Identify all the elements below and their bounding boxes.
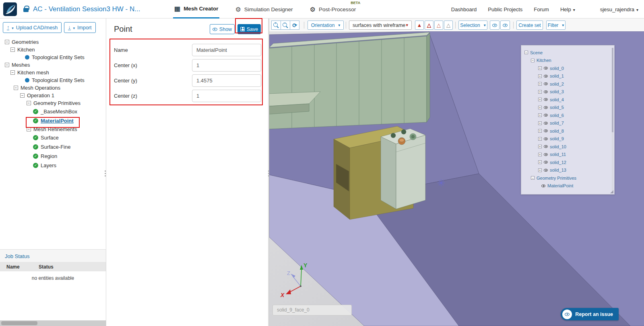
cabinet-side-face[interactable]	[427, 33, 430, 122]
create-set-button[interactable]: Create set	[516, 21, 543, 30]
collapse-icon[interactable]	[10, 70, 15, 75]
collapse-icon[interactable]	[20, 93, 25, 98]
3d-canvas-area[interactable]: Y X Z Scene Kitchen	[269, 31, 644, 326]
scene-tree-resize-handle[interactable]	[610, 190, 613, 193]
scene-tree-item-solid[interactable]: solid_6	[521, 111, 614, 119]
expand-icon[interactable]	[538, 113, 542, 117]
visibility-eye-icon[interactable]	[544, 114, 548, 117]
scene-tree-item-solid[interactable]: solid_13	[521, 166, 614, 174]
collapse-icon[interactable]	[27, 127, 31, 131]
upload-cad-mesh-button[interactable]: Upload CAD/mesh	[3, 22, 62, 33]
expand-icon[interactable]	[538, 160, 542, 164]
visibility-eye-icon[interactable]	[544, 82, 548, 85]
mesh-quality-bold-button[interactable]	[425, 21, 433, 30]
visibility-eye-icon[interactable]	[544, 137, 548, 140]
tree-item-layers[interactable]: Layers	[0, 161, 106, 170]
visibility-eye-icon[interactable]	[544, 106, 548, 109]
expand-icon[interactable]	[538, 98, 542, 101]
scene-tree-scrollbar[interactable]	[612, 48, 613, 191]
tree-item-geometries[interactable]: Geometries	[0, 38, 106, 46]
center-y-field[interactable]	[192, 74, 261, 87]
visibility-eye-icon[interactable]	[544, 98, 548, 101]
center-x-field[interactable]	[192, 59, 261, 72]
collapse-icon[interactable]	[531, 176, 535, 180]
scene-tree-item-solid[interactable]: solid_2	[521, 80, 614, 88]
visibility-eye-icon[interactable]	[544, 75, 548, 78]
expand-icon[interactable]	[538, 121, 542, 125]
nav-forum[interactable]: Forum	[534, 6, 549, 12]
nav-dashboard[interactable]: Dashboard	[451, 6, 477, 12]
mesh-quality-gray-button[interactable]	[444, 21, 453, 30]
tree-item-surface-fine[interactable]: Surface-Fine	[0, 142, 106, 152]
scene-tree-item-solid[interactable]: solid_1	[521, 72, 614, 80]
visibility-eye-icon[interactable]	[544, 90, 548, 93]
tab-mesh-creator[interactable]: Mesh Creator	[173, 0, 219, 18]
scene-tree-item-solid[interactable]: solid_11	[521, 151, 614, 159]
collapse-icon[interactable]	[14, 86, 18, 90]
scene-tree-item-solid[interactable]: solid_7	[521, 119, 614, 127]
show-button[interactable]: Show	[210, 24, 235, 34]
tree-item-base-mesh-box[interactable]: _BaseMeshBox	[0, 107, 106, 116]
hide-selection-button[interactable]	[490, 21, 500, 30]
nav-help-menu[interactable]: Help	[560, 6, 575, 12]
tab-simulation-designer[interactable]: Simulation Designer	[234, 0, 294, 18]
tree-item-mesh-refinements[interactable]: Mesh Refinements	[0, 125, 106, 133]
show-all-button[interactable]	[500, 21, 510, 30]
zoom-in-button[interactable]	[271, 21, 281, 30]
stove-left-face[interactable]	[381, 137, 396, 209]
stove[interactable]	[381, 129, 425, 209]
sidebar-resize-grip[interactable]	[104, 166, 106, 180]
user-menu[interactable]: sjesu_rajendra	[600, 6, 638, 12]
tab-post-processor[interactable]: Post-Processor BETA	[309, 0, 357, 18]
collapse-icon[interactable]	[531, 59, 535, 62]
burner[interactable]	[391, 133, 396, 138]
import-button[interactable]: Import	[64, 22, 95, 33]
kitchen-cabinets[interactable]	[269, 32, 430, 129]
filter-dropdown[interactable]: Filter	[546, 21, 566, 30]
burner[interactable]	[401, 129, 406, 134]
nav-public-projects[interactable]: Public Projects	[488, 6, 522, 12]
center-z-field[interactable]	[192, 90, 261, 102]
expand-icon[interactable]	[538, 137, 542, 141]
scene-tree-item-solid[interactable]: solid_5	[521, 104, 614, 112]
app-logo-icon[interactable]	[3, 2, 17, 16]
scrollbar-thumb[interactable]	[612, 48, 613, 132]
scene-tree-item-scene[interactable]: Scene	[521, 49, 614, 57]
visibility-eye-icon[interactable]	[544, 153, 548, 156]
mesh-quality-outline-button[interactable]	[434, 21, 443, 30]
tree-item-geometry-primitives[interactable]: Geometry Primitives	[0, 99, 106, 107]
visibility-eye-icon[interactable]	[544, 122, 548, 125]
tree-item-region[interactable]: Region	[0, 152, 106, 161]
scene-tree-item-solid[interactable]: solid_9	[521, 135, 614, 143]
mesh-quality-filled-button[interactable]	[415, 21, 424, 30]
tree-item-mesh-operations[interactable]: Mesh Operations	[0, 84, 106, 92]
collapse-icon[interactable]	[524, 51, 528, 54]
collapse-icon[interactable]	[5, 40, 9, 44]
cabinet-front-face[interactable]	[269, 36, 427, 129]
scene-tree-item-solid[interactable]: solid_4	[521, 96, 614, 104]
tree-item-topological-entity-sets-mesh[interactable]: Topological Entity Sets	[0, 76, 106, 84]
refresh-view-button[interactable]	[290, 21, 299, 30]
scrollbar-thumb[interactable]	[1, 321, 37, 325]
save-button[interactable]: Save	[237, 24, 261, 34]
collapse-icon[interactable]	[10, 47, 15, 52]
horizontal-scrollbar[interactable]	[0, 320, 106, 326]
expand-icon[interactable]	[538, 129, 542, 133]
zoom-out-button[interactable]	[281, 21, 290, 30]
visibility-eye-icon[interactable]	[544, 145, 548, 148]
scene-tree-item-material-point[interactable]: MaterialPoint	[521, 182, 614, 190]
render-mode-select[interactable]: surfaces with wireframe	[349, 21, 412, 30]
scene-tree-item-solid[interactable]: solid_10	[521, 143, 614, 151]
expand-icon[interactable]	[538, 66, 542, 70]
tree-item-kitchen[interactable]: Kitchen	[0, 46, 106, 53]
stove-front-face[interactable]	[396, 135, 425, 209]
orientation-dropdown[interactable]: Orientation	[308, 21, 344, 30]
selection-dropdown[interactable]: Selection	[458, 21, 487, 30]
scene-tree-item-solid[interactable]: solid_8	[521, 127, 614, 135]
visibility-eye-icon[interactable]	[544, 169, 548, 172]
tree-item-surface[interactable]: Surface	[0, 133, 106, 142]
scene-tree-item-kitchen[interactable]: Kitchen	[521, 57, 614, 65]
scene-tree-item-solid[interactable]: solid_0	[521, 64, 614, 72]
visibility-eye-icon[interactable]	[541, 185, 545, 187]
tree-item-meshes[interactable]: Meshes	[0, 61, 106, 69]
